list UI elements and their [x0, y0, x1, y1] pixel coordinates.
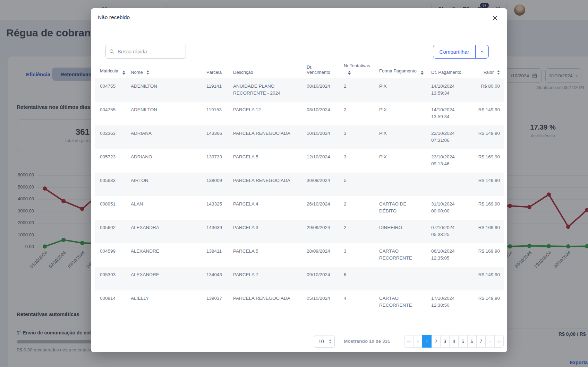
cell-forma-pagamento [374, 267, 426, 290]
cell-tentativas: 2 [339, 196, 374, 220]
cell-tentativas: 6 [339, 267, 374, 290]
cell-forma-pagamento: CARTÃO RECORRENTE [374, 243, 426, 267]
table-row: 004599ALEXANDRE138411PARCELA 528/09/2024… [95, 243, 504, 267]
column-header-parcela: Parcela [202, 63, 228, 78]
column-header-matricula[interactable]: Matricula [95, 63, 126, 78]
table-row: 008951ALAN143325PARCELA 426/10/20242CART… [95, 196, 504, 220]
pager-prev[interactable]: « [413, 335, 423, 348]
cell-tentativas: 2 [339, 102, 374, 125]
cell-forma-pagamento: PIX [374, 125, 426, 149]
pager-page-1[interactable]: 1 [422, 335, 432, 348]
cell-nome: ADENILTON [126, 102, 202, 125]
chevron-down-icon [480, 49, 485, 54]
pager-page-7[interactable]: 7 [476, 335, 486, 348]
cell-dt-pagamento: 14/10/2024 13:59:34 [426, 102, 470, 125]
cell-tentativas: 3 [339, 125, 374, 149]
cell-dt-vencimento: 12/10/2024 [302, 149, 339, 173]
cell-valor: R$ 169,90 [470, 196, 504, 220]
cell-dt-vencimento: 28/09/2024 [302, 243, 339, 267]
cell-tentativas: 2 [339, 78, 374, 102]
cell-matricula: 005602 [95, 220, 126, 243]
sort-icon [122, 71, 125, 75]
cell-parcela: 138009 [202, 173, 228, 196]
column-header-tentativas[interactable]: Nr Tentativas [339, 63, 374, 78]
cell-valor: R$ 169,90 [470, 149, 504, 173]
cell-parcela: 143325 [202, 196, 228, 220]
column-header-forma-pagamento[interactable]: Forma Pagamento [374, 63, 426, 78]
sort-icon [421, 71, 424, 75]
search-icon [109, 49, 115, 54]
cell-dt-pagamento: 17/10/2024 12:38:50 [426, 290, 470, 314]
cell-forma-pagamento: PIX [374, 78, 426, 102]
table-row: 005393ALEXANDRE134043PARCELA 709/10/2024… [95, 267, 504, 290]
cell-valor: R$ 149,90 [470, 102, 504, 125]
sort-icon [348, 71, 351, 75]
screen: Explorar 67 Régua de cobran Eficiência R… [0, 0, 588, 367]
pager-page-2[interactable]: 2 [431, 335, 441, 348]
share-dropdown-button[interactable] [475, 45, 488, 58]
share-split-button: Compartilhar [433, 45, 489, 59]
column-label: Nr Tentativas [344, 63, 370, 68]
pagination-bar: 10 Mostrando 10 de 331 «««1234567»»» [91, 335, 507, 348]
cell-matricula: 005393 [95, 267, 126, 290]
column-header-nome[interactable]: Nome [126, 63, 202, 78]
pager-page-3[interactable]: 3 [440, 335, 450, 348]
pager-last[interactable]: »» [494, 335, 504, 348]
cell-tentativas: 3 [339, 243, 374, 267]
cell-dt-pagamento: 31/10/2024 00:00:00 [426, 196, 470, 220]
cell-dt-vencimento: 08/10/2024 [302, 102, 339, 125]
cell-descricao: PARCELA 3 [228, 220, 302, 243]
cell-parcela: 119141 [202, 78, 228, 102]
cell-parcela: 139733 [202, 149, 228, 173]
quick-search-input[interactable] [105, 45, 186, 59]
receivables-table: MatriculaNomeParcelaDescriçãoDt. Vencime… [95, 63, 504, 314]
cell-matricula: 002363 [95, 125, 126, 149]
pager-first[interactable]: «« [404, 335, 414, 348]
pager: «««1234567»»» [404, 335, 504, 348]
table-row: 005723ADRIANO139733PARCELA 512/10/20243P… [95, 149, 504, 173]
cell-dt-pagamento [426, 173, 470, 196]
pager-page-5[interactable]: 5 [458, 335, 468, 348]
cell-valor: R$ 149,90 [470, 267, 504, 290]
cell-forma-pagamento: CARTÃO RECORRENTE [374, 290, 426, 314]
column-header-dt-vencimento: Dt. Vencimento [302, 63, 339, 78]
column-label: Dt. Vencimento [307, 64, 332, 75]
column-header-valor[interactable]: Valor [470, 63, 504, 78]
cell-dt-vencimento: 10/10/2024 [302, 125, 339, 149]
cell-nome: ALIELLY [126, 290, 202, 314]
cell-matricula: 004599 [95, 243, 126, 267]
cell-dt-pagamento: 22/10/2024 07:31:06 [426, 125, 470, 149]
table-row: 005602ALEXANDRA143639PARCELA 329/09/2024… [95, 220, 504, 243]
cell-nome: ALEXANDRA [126, 220, 202, 243]
pager-page-4[interactable]: 4 [449, 335, 459, 348]
cell-descricao: PARCELA 4 [228, 196, 302, 220]
cell-matricula: 008951 [95, 196, 126, 220]
page-size-value: 10 [318, 339, 324, 344]
share-button[interactable]: Compartilhar [433, 45, 475, 58]
cell-tentativas: 3 [339, 149, 374, 173]
cell-forma-pagamento: PIX [374, 102, 426, 125]
pager-page-6[interactable]: 6 [467, 335, 477, 348]
cell-nome: ADRIANO [126, 149, 202, 173]
nao-recebido-modal: Não recebido Compartilhar MatriculaNomeP… [91, 8, 507, 352]
cell-dt-vencimento: 08/10/2024 [302, 78, 339, 102]
cell-valor: R$ 169,90 [470, 243, 504, 267]
pager-next[interactable]: » [485, 335, 495, 348]
cell-descricao: PARCELA 12 [228, 102, 302, 125]
cell-parcela: 134043 [202, 267, 228, 290]
cell-dt-vencimento: 30/09/2024 [302, 173, 339, 196]
cell-nome: ADENILTON [126, 78, 202, 102]
page-size-select[interactable]: 10 [314, 335, 335, 348]
cell-matricula: 005683 [95, 173, 126, 196]
cell-dt-vencimento: 05/10/2024 [302, 290, 339, 314]
close-icon[interactable] [491, 14, 500, 23]
cell-parcela: 139037 [202, 290, 228, 314]
spinner-icon [329, 339, 332, 343]
cell-valor: R$ 149,90 [470, 125, 504, 149]
cell-dt-vencimento: 29/09/2024 [302, 220, 339, 243]
cell-valor: R$ 169,90 [470, 220, 504, 243]
column-label: Forma Pagamento [379, 68, 417, 73]
cell-dt-pagamento: 07/10/2024 05:38:25 [426, 220, 470, 243]
cell-parcela: 119153 [202, 102, 228, 125]
column-label: Dt. Pagamento [431, 70, 461, 75]
